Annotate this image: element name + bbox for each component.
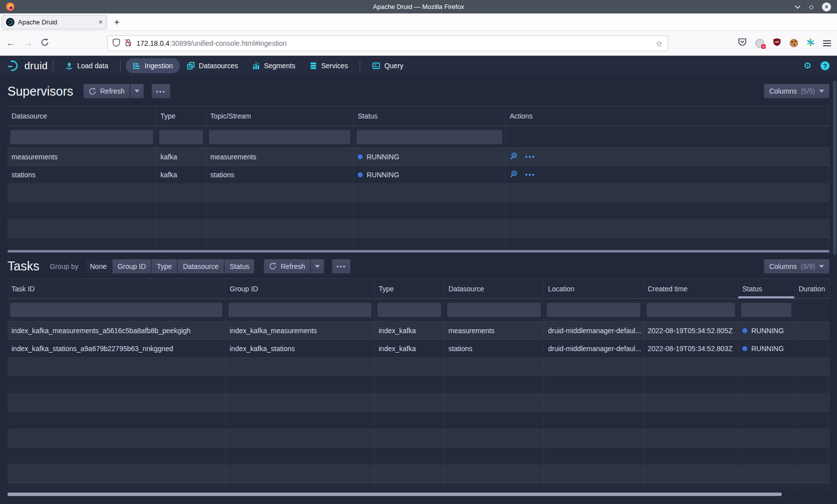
- filter-type-input[interactable]: [377, 302, 441, 317]
- group-by-type-button[interactable]: Type: [151, 259, 177, 274]
- tasks-columns-button[interactable]: Columns (9/9): [764, 259, 830, 274]
- url-bar[interactable]: 172.18.0.4:30899/unified-console.html#in…: [107, 35, 668, 51]
- settings-gear-icon[interactable]: ⚙: [804, 61, 812, 70]
- filter-datasource-input[interactable]: [447, 302, 541, 317]
- column-header-datasource[interactable]: Datasource: [7, 106, 156, 126]
- table-cell-empty: [738, 429, 795, 447]
- filter-group-id-input[interactable]: [228, 302, 372, 317]
- extension-icon[interactable]: ×: [755, 39, 764, 48]
- asterisk-extension-icon[interactable]: [807, 38, 815, 48]
- supervisors-refresh-button[interactable]: Refresh: [83, 84, 130, 99]
- table-cell-empty: [544, 358, 644, 375]
- table-cell-empty: [226, 393, 375, 411]
- table-cell-empty: [506, 184, 830, 201]
- filter-status-input[interactable]: [741, 302, 792, 317]
- column-header-created-time[interactable]: Created time: [644, 279, 738, 298]
- pocket-icon[interactable]: [738, 38, 747, 48]
- insecure-lock-icon[interactable]: [125, 38, 132, 49]
- window-close-button[interactable]: ×: [822, 2, 831, 11]
- group-by-group-id-button[interactable]: Group ID: [112, 259, 151, 274]
- filter-task-id-input[interactable]: [10, 302, 223, 317]
- column-header-group-id[interactable]: Group ID: [226, 279, 375, 298]
- forward-icon[interactable]: →: [23, 38, 32, 48]
- chevron-down-icon: [819, 90, 824, 93]
- cell-group-id: index_kafka_stations: [226, 340, 375, 357]
- window-maximize-button[interactable]: ◇: [809, 4, 814, 10]
- cell-datasource: measurements: [7, 148, 156, 165]
- cell-duration: [795, 340, 830, 357]
- reload-icon[interactable]: [41, 38, 49, 48]
- page-vertical-scrollbar[interactable]: [833, 81, 837, 255]
- supervisors-columns-button[interactable]: Columns (5/5): [764, 84, 830, 99]
- menu-icon[interactable]: [823, 40, 831, 46]
- help-icon[interactable]: ?: [821, 61, 830, 70]
- column-header-task-id[interactable]: Task ID: [7, 279, 226, 298]
- cell-datasource: measurements: [444, 322, 544, 339]
- filter-topic-stream-input[interactable]: [209, 129, 351, 144]
- tab-close-icon[interactable]: ×: [99, 18, 103, 26]
- row-more-actions-icon[interactable]: •••: [525, 171, 536, 179]
- new-tab-button[interactable]: +: [114, 17, 120, 27]
- column-header-type[interactable]: Type: [156, 106, 206, 126]
- filter-datasource-input[interactable]: [10, 129, 153, 144]
- table-cell-empty: [644, 358, 738, 375]
- window-minimize-button[interactable]: [795, 4, 801, 10]
- table-row-empty: [7, 447, 830, 465]
- table-cell-empty: [226, 483, 375, 491]
- supervisors-more-button[interactable]: •••: [151, 84, 170, 99]
- column-header-status[interactable]: Status: [354, 106, 506, 126]
- nav-item-services[interactable]: Services: [302, 58, 355, 73]
- row-more-actions-icon[interactable]: •••: [525, 153, 536, 161]
- table-cell-empty: [444, 411, 544, 429]
- column-header-topic-stream[interactable]: Topic/Stream: [206, 106, 354, 126]
- ublock-icon[interactable]: uO: [773, 38, 781, 48]
- filter-created-time-input[interactable]: [646, 302, 735, 317]
- filter-location-input[interactable]: [547, 302, 641, 317]
- column-header-type[interactable]: Type: [375, 279, 444, 298]
- table-cell-empty: [795, 447, 830, 465]
- table-cell-empty: [444, 393, 544, 411]
- supervisors-horizontal-scrollbar[interactable]: [7, 250, 830, 252]
- back-icon[interactable]: ←: [6, 38, 15, 48]
- bookmark-star-icon[interactable]: ☆: [656, 39, 663, 48]
- cell-topic: stations: [206, 166, 354, 183]
- table-cell-empty: [444, 358, 544, 375]
- cell-actions: •••: [506, 148, 830, 165]
- druid-logo-icon: [7, 60, 20, 72]
- tasks-refresh-dropdown-button[interactable]: [310, 259, 324, 274]
- nav-item-datasources[interactable]: Datasources: [180, 58, 245, 73]
- tasks-title: Tasks: [7, 259, 39, 273]
- view-details-icon[interactable]: [510, 152, 518, 162]
- filter-type-input[interactable]: [159, 129, 203, 144]
- group-by-none-button[interactable]: None: [85, 259, 112, 274]
- supervisors-refresh-dropdown-button[interactable]: [130, 84, 144, 99]
- browser-tab[interactable]: Apache Druid ×: [1, 15, 107, 29]
- cookie-extension-icon[interactable]: [790, 39, 798, 47]
- nav-item-query[interactable]: Query: [365, 58, 410, 73]
- table-cell-empty: [7, 411, 226, 429]
- group-by-datasource-button[interactable]: Datasource: [177, 259, 224, 274]
- druid-logo[interactable]: druid: [7, 60, 48, 72]
- shield-icon[interactable]: [113, 38, 120, 49]
- status-dot: [358, 172, 363, 177]
- tasks-horizontal-scrollbar[interactable]: [7, 493, 782, 496]
- view-details-icon[interactable]: [510, 170, 518, 180]
- console-content: Supervisors Refresh ••• Columns (5/5) Da…: [0, 76, 837, 504]
- column-header-datasource[interactable]: Datasource: [444, 279, 544, 298]
- nav-item-load-data[interactable]: Load data: [58, 58, 115, 73]
- table-cell-empty: [644, 429, 738, 447]
- tasks-more-button[interactable]: •••: [332, 259, 351, 274]
- table-cell-empty: [738, 447, 795, 465]
- group-by-status-button[interactable]: Status: [224, 259, 255, 274]
- column-header-location[interactable]: Location: [544, 279, 644, 298]
- table-row-empty: [7, 429, 830, 447]
- nav-item-segments[interactable]: Segments: [245, 58, 302, 73]
- filter-status-input[interactable]: [356, 129, 503, 144]
- table-cell-empty: [7, 358, 226, 375]
- tasks-refresh-button[interactable]: Refresh: [264, 259, 310, 274]
- column-header-status-sorted[interactable]: Status: [738, 279, 795, 298]
- table-cell-empty: [544, 447, 644, 465]
- table-cell-empty: [444, 429, 544, 447]
- column-header-duration[interactable]: Duration: [795, 279, 830, 298]
- nav-item-ingestion[interactable]: Ingestion: [126, 58, 180, 73]
